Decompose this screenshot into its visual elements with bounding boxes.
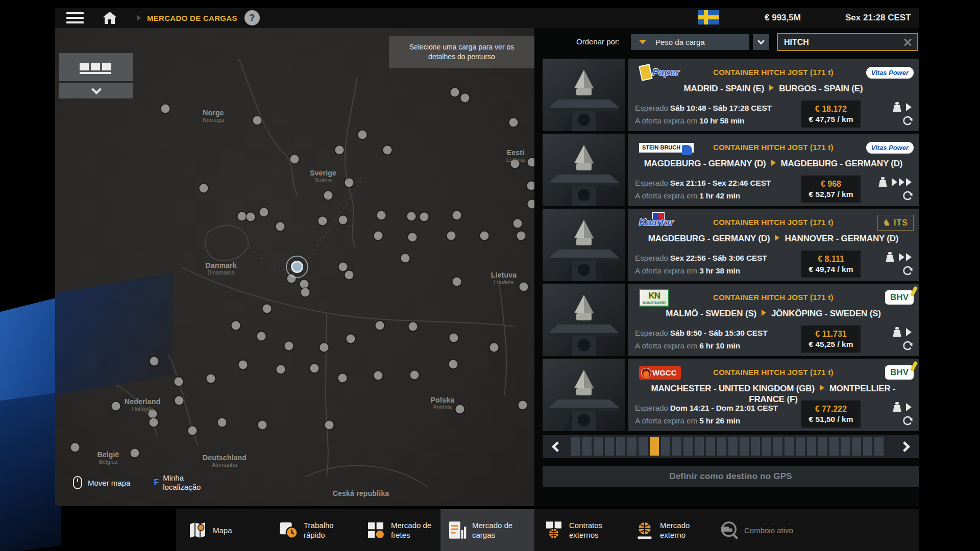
city-dot[interactable] xyxy=(325,421,334,430)
city-dot[interactable] xyxy=(232,321,240,330)
city-dot[interactable] xyxy=(324,191,333,200)
city-dot[interactable] xyxy=(450,334,458,342)
city-dot[interactable] xyxy=(257,332,266,341)
city-dot[interactable] xyxy=(263,305,272,313)
city-dot[interactable] xyxy=(239,361,248,369)
city-dot[interactable] xyxy=(509,118,518,127)
page-tick-active[interactable] xyxy=(650,437,659,456)
city-dot[interactable] xyxy=(150,357,159,366)
city-dot[interactable] xyxy=(520,283,528,291)
nav-item-mapa[interactable]: Mapa xyxy=(181,509,269,551)
nav-item-contratos[interactable]: Contratos externos xyxy=(537,509,625,551)
city-dot[interactable] xyxy=(449,360,458,369)
city-dot[interactable] xyxy=(260,208,268,217)
page-tick[interactable] xyxy=(627,437,636,456)
nav-item-comboio[interactable]: Comboio ativo xyxy=(713,509,794,551)
city-dot[interactable] xyxy=(188,427,197,435)
city-dot[interactable] xyxy=(513,219,522,228)
help-icon[interactable]: ? xyxy=(244,10,260,26)
city-dot[interactable] xyxy=(300,280,309,289)
city-dot[interactable] xyxy=(339,263,348,271)
city-dot[interactable] xyxy=(175,378,183,386)
city-dot[interactable] xyxy=(318,217,327,226)
page-tick[interactable] xyxy=(841,437,850,456)
search-input[interactable] xyxy=(778,38,903,47)
city-dot[interactable] xyxy=(358,131,367,139)
page-tick[interactable] xyxy=(852,437,861,456)
city-dot[interactable] xyxy=(247,213,255,221)
sort-dropdown-open-button[interactable] xyxy=(753,34,769,50)
city-dot[interactable] xyxy=(339,216,348,224)
page-tick[interactable] xyxy=(773,437,782,456)
city-dot[interactable] xyxy=(218,418,227,427)
page-tick[interactable] xyxy=(740,437,749,456)
player-location-dot[interactable] xyxy=(291,261,303,273)
page-tick[interactable] xyxy=(728,437,738,456)
page-tick[interactable] xyxy=(605,437,614,456)
city-dot[interactable] xyxy=(345,179,354,187)
city-dot[interactable] xyxy=(345,271,354,280)
page-tick[interactable] xyxy=(751,437,760,456)
city-dot[interactable] xyxy=(377,211,386,220)
city-dot[interactable] xyxy=(447,232,456,240)
drive-icon[interactable] xyxy=(902,341,913,351)
city-dot[interactable] xyxy=(71,443,80,452)
city-dot[interactable] xyxy=(310,364,319,373)
prev-page-button[interactable] xyxy=(543,435,571,458)
city-dot[interactable] xyxy=(409,322,418,331)
city-dot[interactable] xyxy=(408,233,417,242)
city-dot[interactable] xyxy=(453,211,461,220)
page-tick[interactable] xyxy=(829,437,839,456)
city-dot[interactable] xyxy=(528,200,535,209)
page-tick[interactable] xyxy=(661,437,670,456)
city-dot[interactable] xyxy=(258,421,267,430)
page-tick[interactable] xyxy=(807,437,816,456)
home-icon[interactable] xyxy=(102,11,117,24)
drive-icon[interactable] xyxy=(902,191,913,201)
city-dot[interactable] xyxy=(320,343,329,352)
sort-dropdown[interactable]: Peso da carga xyxy=(631,34,749,50)
page-tick[interactable] xyxy=(672,437,681,456)
nav-item-rapido[interactable]: Trabalho rápido xyxy=(272,509,356,551)
page-tick[interactable] xyxy=(639,437,648,456)
city-dot[interactable] xyxy=(517,232,526,240)
page-tick[interactable] xyxy=(874,437,884,456)
city-dot[interactable] xyxy=(490,343,499,352)
city-dot[interactable] xyxy=(112,402,120,411)
city-dot[interactable] xyxy=(374,371,383,380)
city-dot[interactable] xyxy=(401,254,410,263)
cargo-card[interactable]: STEIN BRUCH CONTAINER HITCH JOST (171 t)… xyxy=(543,134,919,206)
page-tick[interactable] xyxy=(818,437,827,456)
page-tick[interactable] xyxy=(863,437,872,456)
page-tick[interactable] xyxy=(582,437,592,456)
city-dot[interactable] xyxy=(161,105,170,113)
clear-search-icon[interactable] xyxy=(903,38,912,47)
nav-item-fretes[interactable]: Mercado de fretes xyxy=(359,509,437,551)
city-dot[interactable] xyxy=(407,212,416,221)
fleet-manager-button[interactable] xyxy=(59,53,133,81)
city-dot[interactable] xyxy=(519,401,527,410)
city-dot[interactable] xyxy=(276,222,285,231)
page-tick[interactable] xyxy=(762,437,771,456)
city-dot[interactable] xyxy=(253,116,262,125)
city-dot[interactable] xyxy=(301,288,310,297)
city-dot[interactable] xyxy=(376,321,384,330)
city-dot[interactable] xyxy=(131,449,139,458)
city-dot[interactable] xyxy=(374,232,383,240)
nav-item-externo[interactable]: Mercado externo xyxy=(628,509,706,551)
city-dot[interactable] xyxy=(451,88,459,97)
page-tick[interactable] xyxy=(706,437,715,456)
city-dot[interactable] xyxy=(383,146,392,155)
city-dot[interactable] xyxy=(527,182,535,190)
city-dot[interactable] xyxy=(480,232,489,240)
page-tick[interactable] xyxy=(717,437,726,456)
city-dot[interactable] xyxy=(175,396,184,405)
city-dot[interactable] xyxy=(285,342,293,350)
city-dot[interactable] xyxy=(238,212,247,221)
set-gps-destination-button[interactable]: Definir como destino no GPS xyxy=(543,466,919,487)
city-dot[interactable] xyxy=(456,405,464,414)
page-tick[interactable] xyxy=(796,437,805,456)
city-dot[interactable] xyxy=(290,155,299,164)
cargo-card[interactable]: Kaarfor CONTAINER HITCH JOST (171 t) ITS… xyxy=(543,209,919,281)
city-dot[interactable] xyxy=(511,160,520,168)
